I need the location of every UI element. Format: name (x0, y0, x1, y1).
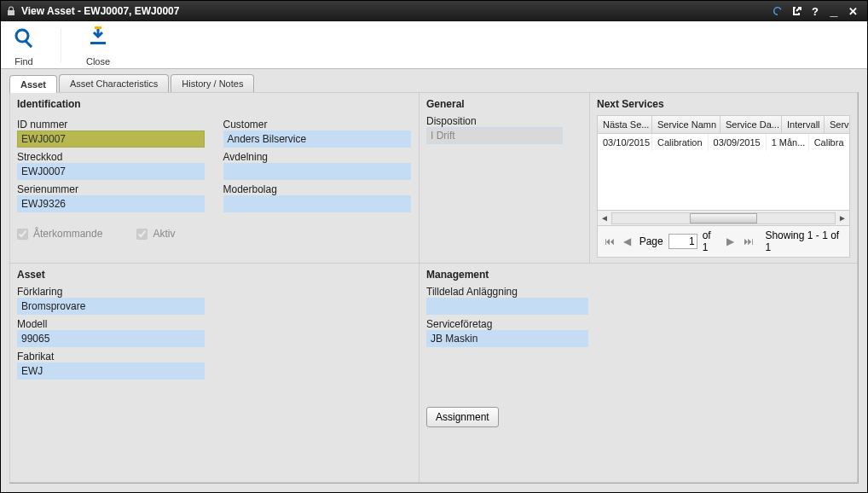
fork-label: Förklaring (17, 286, 412, 298)
next-page-button[interactable]: ▶ (724, 235, 737, 247)
assignment-button[interactable]: Assignment (426, 407, 499, 427)
recurring-checkbox[interactable]: Återkommande (17, 228, 102, 240)
lock-icon (6, 6, 16, 16)
close-tool-icon (85, 25, 111, 53)
pager: ⏮ ◀ Page of 1 ▶ ⏭ Showing 1 - 1 of 1 (598, 225, 849, 257)
active-checkbox[interactable]: Aktiv (136, 228, 175, 240)
panel-identification: Identification ID nummer EWJ0007 Streckk… (9, 92, 420, 264)
scroll-thumb[interactable] (690, 213, 756, 223)
avd-field[interactable] (223, 163, 411, 180)
moder-field[interactable] (223, 195, 411, 212)
col-nasta[interactable]: Nästa Se... (598, 116, 652, 133)
last-page-button[interactable]: ⏭ (742, 235, 755, 247)
streck-label: Streckkod (17, 151, 206, 163)
serie-field[interactable]: EWJ9326 (17, 195, 205, 212)
svg-point-0 (16, 30, 28, 42)
asset-title: Asset (17, 269, 412, 281)
serv-label: Serviceföretag (426, 318, 850, 330)
col-date[interactable]: Service Da... (720, 116, 782, 133)
fabrikat-label: Fabrikat (17, 351, 412, 362)
col-intervall[interactable]: Intervall (782, 116, 825, 133)
showing-label: Showing 1 - 1 of 1 (765, 229, 844, 253)
first-page-button[interactable]: ⏮ (603, 235, 616, 247)
close-button[interactable]: ✕ (843, 4, 862, 18)
table-row[interactable]: 03/10/2015 Calibration 03/09/2015 1 Mån.… (598, 134, 849, 151)
tab-history[interactable]: History / Notes (171, 74, 254, 92)
toolbar: Find Close (1, 21, 867, 69)
svg-rect-1 (25, 40, 32, 48)
moder-label: Moderbolag (223, 183, 413, 195)
id-field[interactable]: EWJ0007 (17, 130, 205, 148)
refresh-icon[interactable] (768, 4, 787, 18)
till-label: Tilldelad Anläggning (426, 286, 850, 298)
id-label: ID nummer (17, 119, 206, 130)
avd-label: Avdelning (223, 151, 413, 163)
serie-label: Serienummer (17, 183, 206, 195)
tab-bar: Asset Asset Characteristics History / No… (9, 74, 867, 92)
tab-characteristics[interactable]: Asset Characteristics (59, 74, 169, 92)
page-label: Page (639, 235, 663, 247)
general-title: General (426, 98, 582, 110)
till-field[interactable] (426, 298, 588, 315)
customer-field[interactable]: Anders Bilservice (223, 130, 411, 148)
titlebar: View Asset - EWJ0007, EWJ0007 ? _ ✕ (1, 1, 867, 21)
link-icon[interactable] (787, 4, 806, 18)
streck-field[interactable]: EWJ0007 (17, 163, 205, 180)
page-input[interactable] (668, 234, 697, 249)
services-table: Nästa Se... Service Namn Service Da... I… (597, 115, 850, 258)
customer-label: Customer (223, 119, 413, 130)
fabrikat-field[interactable]: EWJ (17, 362, 205, 380)
window-title: View Asset - EWJ0007, EWJ0007 (21, 5, 179, 17)
panel-next-services: Next Services Nästa Se... Service Namn S… (589, 92, 858, 264)
panel-general: General Disposition I Drift (419, 92, 590, 264)
find-label: Find (14, 56, 32, 67)
search-icon (11, 25, 37, 53)
scroll-right-icon[interactable]: ► (836, 213, 849, 223)
find-button[interactable]: Find (11, 25, 37, 67)
fork-field[interactable]: Bromsprovare (17, 298, 205, 315)
services-header-row: Nästa Se... Service Namn Service Da... I… (598, 116, 849, 134)
tab-asset[interactable]: Asset (9, 75, 57, 93)
prev-page-button[interactable]: ◀ (621, 235, 634, 247)
services-title: Next Services (597, 98, 850, 110)
app-window: View Asset - EWJ0007, EWJ0007 ? _ ✕ Find… (0, 0, 868, 493)
help-icon[interactable]: ? (806, 4, 825, 18)
svg-rect-3 (95, 26, 101, 29)
modell-label: Modell (17, 318, 412, 330)
panel-management: Management Tilldelad Anläggning Servicef… (419, 263, 858, 483)
modell-field[interactable]: 99065 (17, 330, 205, 347)
disposition-label: Disposition (426, 115, 582, 127)
panel-asset: Asset Förklaring Bromsprovare Modell 990… (9, 263, 420, 483)
content-area: Identification ID nummer EWJ0007 Streckk… (9, 92, 859, 484)
identification-title: Identification (17, 98, 412, 110)
col-namn[interactable]: Service Namn (652, 116, 720, 133)
close-tool-button[interactable]: Close (85, 25, 111, 67)
col-service[interactable]: Servic (825, 116, 850, 133)
h-scrollbar[interactable]: ◄ ► (598, 210, 849, 225)
mgmt-title: Management (426, 269, 850, 281)
svg-rect-2 (90, 42, 106, 44)
page-of: of 1 (703, 229, 719, 253)
minimize-button[interactable]: _ (825, 4, 843, 18)
serv-field[interactable]: JB Maskin (426, 330, 588, 347)
scroll-left-icon[interactable]: ◄ (598, 213, 611, 223)
disposition-field: I Drift (426, 127, 563, 144)
close-tool-label: Close (86, 56, 110, 67)
